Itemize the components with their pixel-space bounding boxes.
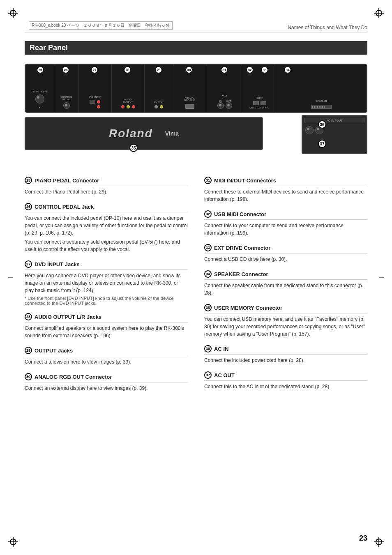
label-26: CONTROLPEDAL bbox=[60, 96, 72, 101]
entry-body-34: Connect the speaker cable from the dedic… bbox=[204, 282, 367, 297]
entry-body-29: Connect a television here to view images… bbox=[25, 358, 188, 366]
badge-34: 34 bbox=[284, 67, 291, 73]
entry-badge-36: 36 bbox=[204, 345, 212, 352]
badge-area-37: 37 bbox=[318, 140, 326, 148]
label-27: DVD INPUT bbox=[89, 96, 101, 98]
entry-body-36: Connect the included power cord here (p.… bbox=[204, 357, 367, 364]
entry-title-25: PIANO PEDAL Connector bbox=[35, 177, 99, 184]
entry-badge-31: 31 bbox=[204, 177, 212, 184]
entry-header-36: 36AC IN bbox=[204, 345, 367, 355]
badge-35: 35 bbox=[129, 144, 138, 152]
label-29: OUTPUT bbox=[154, 101, 164, 103]
entry-36: 36AC INConnect the included power cord h… bbox=[204, 345, 367, 364]
entry-title-31: MIDI IN/OUT Connectors bbox=[214, 177, 276, 184]
entry-body-30: Connect an external display here to view… bbox=[25, 385, 188, 392]
entry-title-26: CONTROL PEDAL Jack bbox=[35, 204, 94, 210]
label-34: SPEAKER bbox=[316, 100, 327, 102]
badge-28: 28 bbox=[124, 67, 131, 73]
entry-badge-32: 32 bbox=[204, 210, 212, 218]
label-usb-midi: USB⬡ bbox=[256, 97, 263, 99]
entry-badge-29: 29 bbox=[25, 347, 32, 354]
corner-mark-tl bbox=[8, 8, 18, 18]
entry-badge-25: 25 bbox=[25, 177, 32, 184]
left-column: 25PIANO PEDAL ConnectorConnect the Piano… bbox=[25, 177, 188, 399]
entry-header-32: 32USB MIDI Connector bbox=[204, 210, 367, 220]
two-column-layout: 25PIANO PEDAL ConnectorConnect the Piano… bbox=[25, 177, 367, 399]
entry-title-28: AUDIO OUTPUT L/R Jacks bbox=[35, 314, 101, 320]
entry-body-27: Here you can connect a DVD player or oth… bbox=[25, 272, 188, 294]
right-column: 31MIDI IN/OUT ConnectorsConnect these to… bbox=[204, 177, 367, 399]
entry-29: 29OUTPUT JacksConnect a television here … bbox=[25, 347, 188, 366]
entry-title-37: AC OUT bbox=[214, 372, 235, 378]
entry-title-36: AC IN bbox=[214, 346, 228, 352]
entry-header-31: 31MIDI IN/OUT Connectors bbox=[204, 177, 367, 186]
entry-title-27: DVD INPUT Jacks bbox=[35, 261, 80, 267]
roland-logo: Roland bbox=[109, 127, 153, 140]
entry-26: 26CONTROL PEDAL JackYou can connect the … bbox=[25, 203, 188, 253]
corner-mark-br bbox=[374, 537, 384, 547]
badge-32: 32 bbox=[247, 67, 253, 73]
badge-36: 36 bbox=[318, 120, 326, 129]
entry-header-26: 26CONTROL PEDAL Jack bbox=[25, 203, 188, 212]
entry-31: 31MIDI IN/OUT ConnectorsConnect these to… bbox=[204, 177, 367, 203]
entry-title-33: EXT DRIVE Connector bbox=[214, 245, 270, 251]
vima-logo: Vima bbox=[165, 130, 179, 137]
entry-badge-27: 27 bbox=[25, 260, 32, 268]
page-header-text: Names of Things and What They Do bbox=[25, 25, 367, 30]
entry-body-26: You can connect the included pedal (DP-1… bbox=[25, 214, 188, 253]
entry-28: 28AUDIO OUTPUT L/R JacksConnect amplifie… bbox=[25, 313, 188, 339]
entry-body-37: Connect this to the AC inlet of the dedi… bbox=[204, 383, 367, 390]
badge-30: 30 bbox=[186, 67, 192, 73]
label-28: AUDIOOUTPUT bbox=[123, 98, 133, 103]
badge-area-35: 35 bbox=[129, 144, 138, 152]
label-30: ANALOGRGB OUT bbox=[184, 97, 195, 101]
entry-header-37: 37AC OUT bbox=[204, 371, 367, 381]
right-side-box: AC IN / OUT bbox=[302, 115, 367, 154]
roland-area: Roland Vima bbox=[25, 117, 263, 150]
badge-33: 33 bbox=[261, 67, 268, 73]
entry-title-34: SPEAKER Connector bbox=[214, 271, 268, 277]
panel-diagram: 25 PIANO PEDAL ● 26 CONTROLPEDAL 27 DVD … bbox=[25, 60, 367, 170]
badge-25: 25 bbox=[37, 67, 44, 73]
badge-31: 31 bbox=[221, 67, 228, 73]
corner-mark-bl bbox=[8, 537, 18, 547]
entry-34: 34SPEAKER ConnectorConnect the speaker c… bbox=[204, 270, 367, 297]
entry-badge-30: 30 bbox=[25, 373, 32, 380]
side-mark-right bbox=[379, 277, 384, 278]
badge-area-36: 36 bbox=[318, 120, 326, 129]
entry-title-30: ANALOG RGB OUT Connector bbox=[35, 374, 112, 380]
entry-30: 30ANALOG RGB OUT ConnectorConnect an ext… bbox=[25, 373, 188, 392]
entry-badge-37: 37 bbox=[204, 371, 212, 379]
entry-body-25: Connect the Piano Pedal here (p. 29). bbox=[25, 188, 188, 196]
entry-badge-33: 33 bbox=[204, 244, 212, 251]
entry-note-27: Use the front panel [DVD INPUT] knob to … bbox=[25, 296, 188, 306]
entry-body-28: Connect amplified speakers or a sound sy… bbox=[25, 325, 188, 339]
entry-header-28: 28AUDIO OUTPUT L/R Jacks bbox=[25, 313, 188, 322]
entry-title-35: USER MEMORY Connector bbox=[214, 305, 282, 311]
page-number: 23 bbox=[359, 534, 367, 543]
entry-header-25: 25PIANO PEDAL Connector bbox=[25, 177, 188, 186]
entry-badge-35: 35 bbox=[204, 304, 212, 311]
entry-header-35: 35USER MEMORY Connector bbox=[204, 304, 367, 313]
entry-badge-34: 34 bbox=[204, 270, 212, 278]
entry-33: 33EXT DRIVE ConnectorConnect a USB CD dr… bbox=[204, 244, 367, 263]
entry-body-31: Connect these to external MIDI devices t… bbox=[204, 188, 367, 203]
section-title: Rear Panel bbox=[30, 44, 362, 52]
entry-body-35: You can connect USB memory here, and use… bbox=[204, 315, 367, 338]
entry-title-29: OUTPUT Jacks bbox=[35, 348, 73, 354]
section-title-bar: Rear Panel bbox=[25, 41, 367, 55]
entry-title-32: USB MIDI Connector bbox=[214, 211, 266, 217]
side-mark-left bbox=[8, 277, 13, 278]
entry-37: 37AC OUTConnect this to the AC inlet of … bbox=[204, 371, 367, 390]
entry-32: 32USB MIDI ConnectorConnect this to your… bbox=[204, 210, 367, 237]
badge-26: 26 bbox=[62, 67, 69, 73]
entry-body-32: Connect this to your computer to send an… bbox=[204, 222, 367, 237]
entry-35: 35USER MEMORY ConnectorYou can connect U… bbox=[204, 304, 367, 338]
entry-body-33: Connect a USB CD drive here (p. 30). bbox=[204, 256, 367, 263]
entry-header-29: 29OUTPUT Jacks bbox=[25, 347, 188, 356]
label-31: MIDI bbox=[222, 94, 227, 97]
page-header: Names of Things and What They Do bbox=[25, 25, 367, 32]
corner-mark-tr bbox=[374, 8, 384, 18]
entry-27: 27DVD INPUT JacksHere you can connect a … bbox=[25, 260, 188, 306]
entry-25: 25PIANO PEDAL ConnectorConnect the Piano… bbox=[25, 177, 188, 196]
